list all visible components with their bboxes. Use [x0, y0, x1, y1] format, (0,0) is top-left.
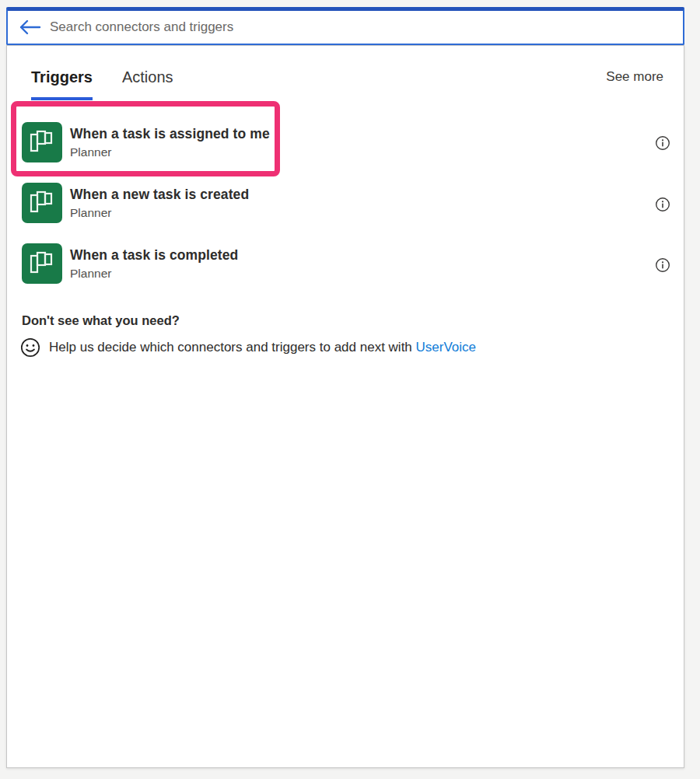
trigger-picker-flyout: Triggers Actions See more When a task is… — [0, 0, 700, 779]
trigger-connector-name: Planner — [70, 265, 238, 281]
trigger-row-text: When a new task is created Planner — [70, 186, 249, 221]
see-more-link[interactable]: See more — [606, 69, 663, 85]
footer-help-row: Help us decide which connectors and trig… — [20, 337, 476, 358]
trigger-title: When a new task is created — [70, 186, 249, 204]
back-arrow-icon[interactable] — [17, 18, 42, 37]
help-text: Help us decide which connectors and trig… — [49, 340, 476, 355]
results-panel: Triggers Actions See more When a task is… — [6, 45, 684, 768]
trigger-row-text: When a task is assigned to me Planner — [70, 125, 270, 160]
planner-icon — [22, 243, 62, 284]
info-icon[interactable] — [655, 135, 670, 151]
search-input[interactable] — [42, 19, 674, 35]
trigger-title: When a task is assigned to me — [70, 125, 270, 143]
trigger-title: When a task is completed — [70, 246, 238, 264]
trigger-connector-name: Planner — [70, 144, 270, 160]
trigger-row-text: When a task is completed Planner — [70, 246, 238, 281]
help-text-body: Help us decide which connectors and trig… — [49, 340, 412, 355]
uservoice-link[interactable]: UserVoice — [416, 340, 476, 355]
smiley-icon — [20, 337, 40, 358]
tab-bar: Triggers Actions — [31, 67, 173, 100]
planner-icon — [22, 122, 62, 162]
info-icon[interactable] — [655, 197, 670, 212]
search-bar — [6, 7, 684, 45]
trigger-row-task-completed[interactable]: When a task is completed Planner — [22, 243, 644, 284]
trigger-row-task-created[interactable]: When a new task is created Planner — [22, 183, 644, 223]
footer-heading: Don't see what you need? — [22, 313, 180, 328]
tab-actions[interactable]: Actions — [122, 67, 173, 100]
planner-icon — [22, 183, 62, 223]
info-icon[interactable] — [655, 257, 670, 273]
tab-triggers[interactable]: Triggers — [31, 67, 93, 100]
trigger-row-task-assigned[interactable]: When a task is assigned to me Planner — [22, 122, 644, 162]
trigger-connector-name: Planner — [70, 204, 249, 221]
